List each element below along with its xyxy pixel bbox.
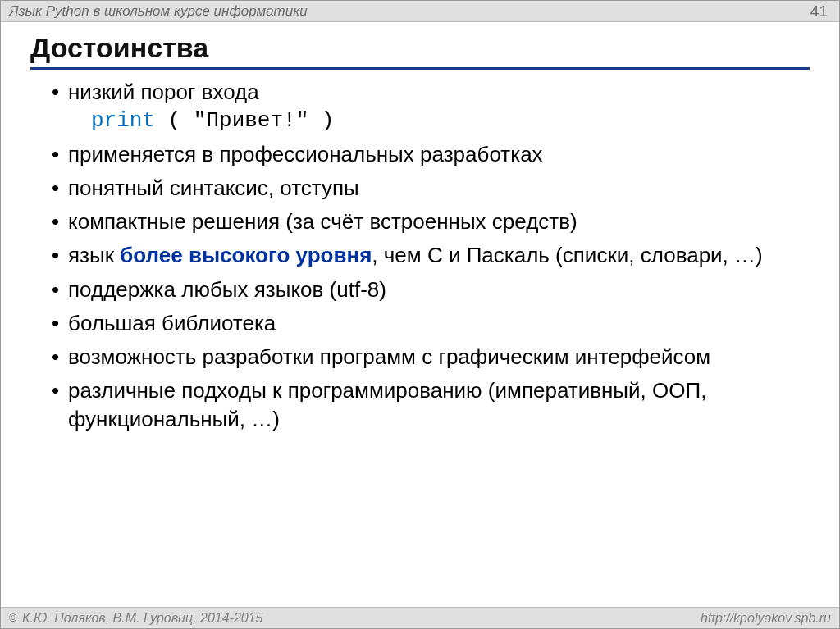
- bullet-text: компактные решения (за счёт встроенных с…: [68, 209, 578, 234]
- page-number: 41: [810, 2, 831, 21]
- list-item: возможность разработки программ с графич…: [52, 343, 810, 371]
- code-rest: ( "Привет!" ): [155, 108, 334, 133]
- bullet-text-pre: язык: [68, 243, 120, 267]
- footer-copyright: © К.Ю. Поляков, В.М. Гуровиц, 2014-2015: [9, 611, 263, 626]
- slide-header: Язык Python в школьном курсе информатики…: [1, 1, 839, 22]
- list-item: компактные решения (за счёт встроенных с…: [52, 207, 810, 236]
- code-line: print ( "Привет!" ): [68, 107, 810, 135]
- bullet-text: применяется в профессиональных разработк…: [68, 142, 543, 166]
- bullet-emphasis: более высокого уровня: [120, 243, 372, 267]
- bullet-text-post: , чем C и Паскаль (списки, словари, …): [372, 243, 762, 267]
- bullet-text: низкий порог входа: [68, 80, 259, 104]
- slide-footer: © К.Ю. Поляков, В.М. Гуровиц, 2014-2015 …: [1, 607, 839, 628]
- slide-title: Достоинства: [30, 29, 810, 70]
- bullet-text: возможность разработки программ с графич…: [68, 344, 710, 369]
- list-item: применяется в профессиональных разработк…: [52, 140, 810, 169]
- list-item: различные подходы к программированию (им…: [52, 376, 810, 434]
- list-item: поддержка любых языков (utf-8): [52, 276, 810, 304]
- bullet-text: понятный синтаксис, отступы: [68, 175, 359, 200]
- list-item: большая библиотека: [52, 309, 810, 338]
- header-title: Язык Python в школьном курсе информатики: [9, 3, 308, 20]
- bullet-list: низкий порог входа print ( "Привет!" ) п…: [30, 78, 810, 434]
- footer-url: http://kpolyakov.spb.ru: [701, 611, 831, 626]
- list-item: язык более высокого уровня, чем C и Паск…: [52, 241, 810, 270]
- list-item: понятный синтаксис, отступы: [52, 174, 810, 203]
- footer-left-text: К.Ю. Поляков, В.М. Гуровиц, 2014-2015: [19, 611, 263, 625]
- bullet-text: поддержка любых языков (utf-8): [68, 277, 386, 302]
- slide: Язык Python в школьном курсе информатики…: [0, 0, 840, 629]
- code-keyword: print: [91, 108, 155, 133]
- copyright-icon: ©: [9, 612, 17, 624]
- bullet-text: большая библиотека: [68, 311, 276, 335]
- list-item: низкий порог входа print ( "Привет!" ): [52, 78, 810, 135]
- bullet-text: различные подходы к программированию (им…: [68, 378, 706, 431]
- slide-content: Достоинства низкий порог входа print ( "…: [1, 22, 839, 607]
